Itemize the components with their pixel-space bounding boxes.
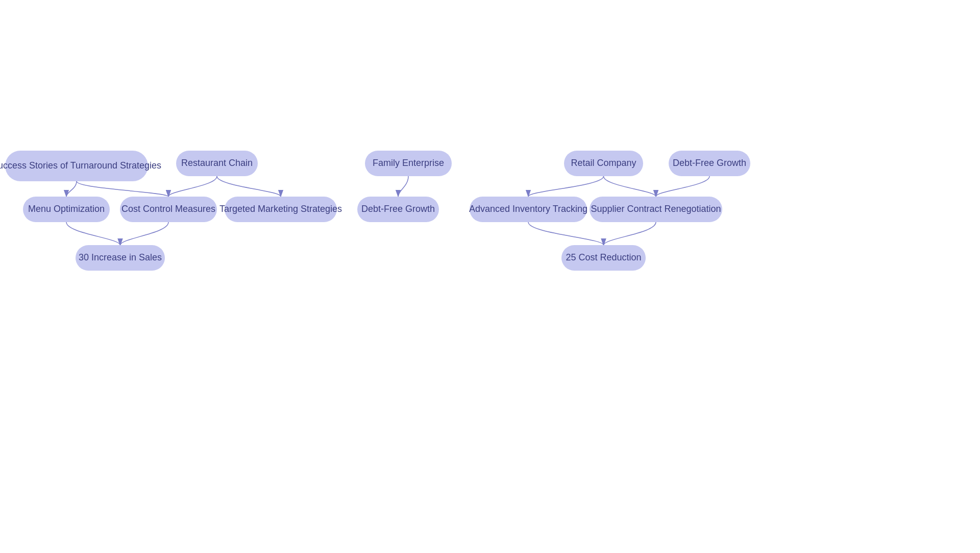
node-supplier-contract: Supplier Contract Renegotiation bbox=[590, 197, 722, 222]
node-debt-free-growth-left: Debt-Free Growth bbox=[357, 197, 439, 222]
node-increase-sales: 30 Increase in Sales bbox=[76, 245, 165, 271]
node-cost-control: Cost Control Measures bbox=[120, 197, 217, 222]
node-family-enterprise: Family Enterprise bbox=[365, 151, 452, 176]
node-advanced-inventory: Advanced Inventory Tracking bbox=[470, 197, 587, 222]
node-debt-free-growth-right: Debt-Free Growth bbox=[669, 151, 750, 176]
node-restaurant-chain: Restaurant Chain bbox=[176, 151, 258, 176]
node-menu-optimization: Menu Optimization bbox=[23, 197, 110, 222]
node-cost-reduction: 25 Cost Reduction bbox=[561, 245, 646, 271]
node-retail-company: Retail Company bbox=[564, 151, 643, 176]
node-success-stories: Success Stories of Turnaround Strategies bbox=[5, 151, 148, 181]
connections-svg bbox=[0, 0, 980, 553]
diagram-container: Success Stories of Turnaround Strategies… bbox=[0, 0, 980, 553]
node-targeted-marketing: Targeted Marketing Strategies bbox=[225, 197, 337, 222]
